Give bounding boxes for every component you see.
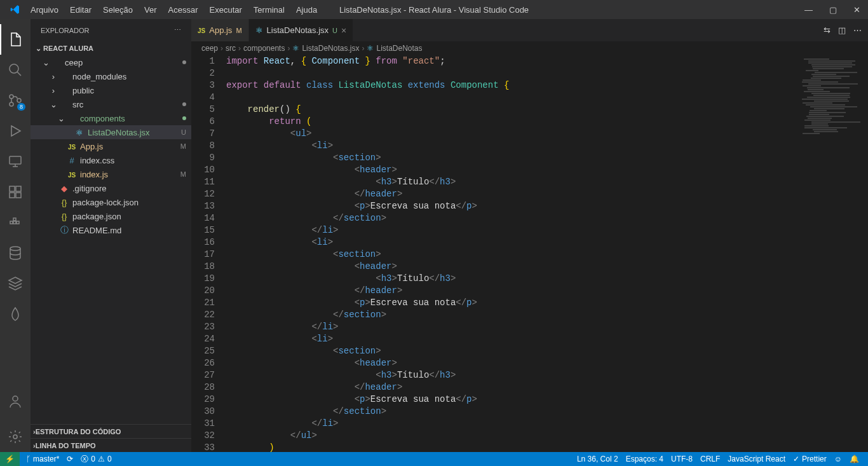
activity-bar: 8 <box>0 19 31 452</box>
sidebar-more-icon[interactable]: ⋯ <box>174 26 181 34</box>
close-button[interactable]: ✕ <box>851 5 863 15</box>
file-tree: ⌄ceep›node_modules›public⌄src⌄components… <box>31 55 191 424</box>
tree-item[interactable]: ›node_modules <box>31 69 191 83</box>
notifications-icon[interactable]: 🔔 <box>846 455 863 463</box>
remote-explorer-icon[interactable] <box>0 146 31 177</box>
svg-point-14 <box>13 396 18 401</box>
breadcrumbs[interactable]: ceep›src›components›⚛ListaDeNotas.jsx›⚛L… <box>191 41 868 55</box>
menu-editar[interactable]: Editar <box>65 3 97 17</box>
svg-rect-6 <box>16 186 21 191</box>
problems[interactable]: ⓧ 0 ⚠ 0 <box>77 454 115 465</box>
tab[interactable]: JSApp.jsM <box>191 19 249 41</box>
minimap[interactable] <box>802 58 865 153</box>
project-header[interactable]: ⌄ REACT ALURA <box>31 41 191 55</box>
feedback-icon[interactable]: ☺ <box>831 455 846 463</box>
tab[interactable]: ⚛ListaDeNotas.jsxU× <box>249 19 354 41</box>
close-tab-icon[interactable]: × <box>341 25 346 36</box>
cursor-position[interactable]: Ln 36, Col 2 <box>573 455 622 463</box>
breadcrumb-item[interactable]: src <box>226 44 236 53</box>
minimize-button[interactable]: — <box>802 5 815 15</box>
tree-item[interactable]: {}package.json <box>31 209 191 223</box>
explorer-icon[interactable] <box>0 24 31 55</box>
svg-rect-9 <box>10 221 13 224</box>
editor-body[interactable]: 1234567891011121314151617181920212223242… <box>191 55 868 452</box>
more-icon[interactable]: ⋯ <box>853 25 862 35</box>
breadcrumb-item[interactable]: ListaDeNotas.jsx <box>302 44 359 53</box>
svg-rect-4 <box>10 156 21 164</box>
git-branch[interactable]: ᚴ master* <box>22 455 63 463</box>
statusbar: ⚡ ᚴ master* ⟳ ⓧ 0 ⚠ 0 Ln 36, Col 2 Espaç… <box>0 452 868 466</box>
eol[interactable]: CRLF <box>696 455 724 463</box>
tree-item[interactable]: ⌄src <box>31 97 191 111</box>
menu-ver[interactable]: Ver <box>139 3 162 17</box>
svg-rect-12 <box>13 218 16 221</box>
tree-item[interactable]: ⌄ceep <box>31 55 191 69</box>
svg-rect-10 <box>13 221 16 224</box>
prettier[interactable]: ✓ Prettier <box>789 455 831 463</box>
svg-rect-8 <box>16 193 21 198</box>
indentation[interactable]: Espaços: 4 <box>622 455 667 463</box>
tree-item[interactable]: ›public <box>31 83 191 97</box>
svg-point-13 <box>10 247 20 250</box>
menu-ajuda[interactable]: Ajuda <box>291 3 322 17</box>
svg-rect-11 <box>17 221 19 224</box>
tree-item[interactable]: {}package-lock.json <box>31 195 191 209</box>
vscode-logo-icon <box>10 4 20 15</box>
breadcrumb-item[interactable]: components <box>243 44 285 53</box>
settings-gear-icon[interactable] <box>0 421 31 452</box>
svg-point-15 <box>13 435 17 439</box>
chevron-down-icon: ⌄ <box>33 45 43 53</box>
window-title: ListaDeNotas.jsx - React Alura - Visual … <box>339 5 529 15</box>
source-control-icon[interactable]: 8 <box>0 85 31 116</box>
svg-point-0 <box>10 64 18 73</box>
svg-rect-7 <box>10 193 15 198</box>
sidebar: Explorador ⋯ ⌄ REACT ALURA ⌄ceep›node_mo… <box>31 19 191 452</box>
mongodb-icon[interactable] <box>0 299 31 329</box>
maximize-button[interactable]: ▢ <box>827 5 839 15</box>
language-mode[interactable]: JavaScript React <box>724 455 789 463</box>
outline-header[interactable]: › Estrutura do Código <box>31 424 191 438</box>
svg-point-3 <box>17 99 21 102</box>
sync-button[interactable]: ⟳ <box>63 455 77 463</box>
tree-item[interactable]: JSindex.jsM <box>31 167 191 181</box>
scm-badge: 8 <box>17 103 25 111</box>
project-name: REACT ALURA <box>43 45 93 52</box>
extensions-icon[interactable] <box>0 177 31 207</box>
search-icon[interactable] <box>0 55 31 85</box>
menu-seleção[interactable]: Seleção <box>98 3 138 17</box>
breadcrumb-item[interactable]: ceep <box>201 44 218 53</box>
menu-bar: ArquivoEditarSeleçãoVerAcessarExecutarTe… <box>25 3 322 17</box>
sidebar-header: Explorador ⋯ <box>31 19 191 41</box>
accounts-icon[interactable] <box>0 386 31 416</box>
database-icon[interactable] <box>0 238 31 268</box>
tree-item[interactable]: ⌄components <box>31 111 191 125</box>
code-content[interactable]: import React, { Component } from "react"… <box>226 55 868 452</box>
remote-indicator[interactable]: ⚡ <box>0 452 20 466</box>
window-controls: — ▢ ✕ <box>802 5 863 15</box>
run-debug-icon[interactable] <box>0 116 31 146</box>
tree-item[interactable]: #index.css <box>31 153 191 167</box>
docker-icon[interactable] <box>0 207 31 238</box>
encoding[interactable]: UTF-8 <box>667 455 696 463</box>
editor-tabs: JSApp.jsM⚛ListaDeNotas.jsxU× ⇆ ◫ ⋯ <box>191 19 868 41</box>
compare-icon[interactable]: ⇆ <box>824 25 831 35</box>
svg-point-1 <box>10 95 13 99</box>
tree-item[interactable]: ⓘREADME.md <box>31 223 191 237</box>
sidebar-title: Explorador <box>41 27 89 34</box>
menu-terminal[interactable]: Terminal <box>248 3 290 17</box>
gutter: 1234567891011121314151617181920212223242… <box>191 55 226 452</box>
breadcrumb-item[interactable]: ListaDeNotas <box>376 44 422 53</box>
tab-actions: ⇆ ◫ ⋯ <box>817 19 868 41</box>
tree-item[interactable]: ⚛ListaDeNotas.jsxU <box>31 125 191 139</box>
menu-arquivo[interactable]: Arquivo <box>25 3 64 17</box>
layers-icon[interactable] <box>0 268 31 299</box>
svg-rect-5 <box>10 186 15 191</box>
tree-item[interactable]: ◆.gitignore <box>31 181 191 195</box>
titlebar: ArquivoEditarSeleçãoVerAcessarExecutarTe… <box>0 0 868 19</box>
tree-item[interactable]: JSApp.jsM <box>31 139 191 153</box>
menu-acessar[interactable]: Acessar <box>163 3 203 17</box>
split-icon[interactable]: ◫ <box>838 25 846 35</box>
menu-executar[interactable]: Executar <box>205 3 247 17</box>
timeline-header[interactable]: › Linha do Tempo <box>31 438 191 452</box>
svg-point-2 <box>10 102 13 106</box>
